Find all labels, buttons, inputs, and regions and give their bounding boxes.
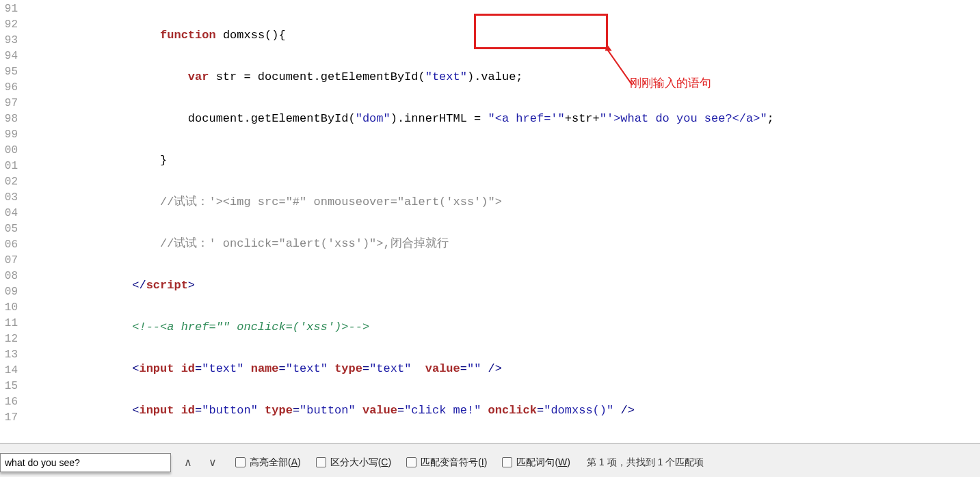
line-number: 08 bbox=[0, 269, 19, 284]
line-number: 00 bbox=[0, 143, 19, 159]
line-number: 09 bbox=[0, 284, 19, 300]
line-number: 15 bbox=[0, 379, 19, 394]
line-number: 92 bbox=[0, 17, 19, 33]
line-number: 04 bbox=[0, 206, 19, 221]
line-number-gutter: 9192939495969798990001020304050607080910… bbox=[0, 0, 19, 426]
line-number: 05 bbox=[0, 221, 19, 237]
line-number: 02 bbox=[0, 174, 19, 190]
line-number: 91 bbox=[0, 1, 19, 17]
line-number: 11 bbox=[0, 316, 19, 331]
line-number: 03 bbox=[0, 190, 19, 206]
line-number: 16 bbox=[0, 394, 19, 410]
line-number: 10 bbox=[0, 300, 19, 316]
line-number: 17 bbox=[0, 410, 19, 426]
line-number: 06 bbox=[0, 237, 19, 253]
line-number: 07 bbox=[0, 253, 19, 269]
line-number: 94 bbox=[0, 49, 19, 64]
line-number: 01 bbox=[0, 159, 19, 174]
line-number: 14 bbox=[0, 363, 19, 379]
line-number: 96 bbox=[0, 80, 19, 96]
line-number: 13 bbox=[0, 347, 19, 363]
line-number: 12 bbox=[0, 331, 19, 347]
line-number: 98 bbox=[0, 111, 19, 127]
line-number: 97 bbox=[0, 96, 19, 111]
line-number: 95 bbox=[0, 64, 19, 80]
code-content[interactable]: function domxss(){ var str = document.ge… bbox=[21, 0, 774, 443]
code-editor[interactable]: 9192939495969798990001020304050607080910… bbox=[0, 0, 980, 443]
line-number: 99 bbox=[0, 127, 19, 143]
line-number: 93 bbox=[0, 33, 19, 49]
